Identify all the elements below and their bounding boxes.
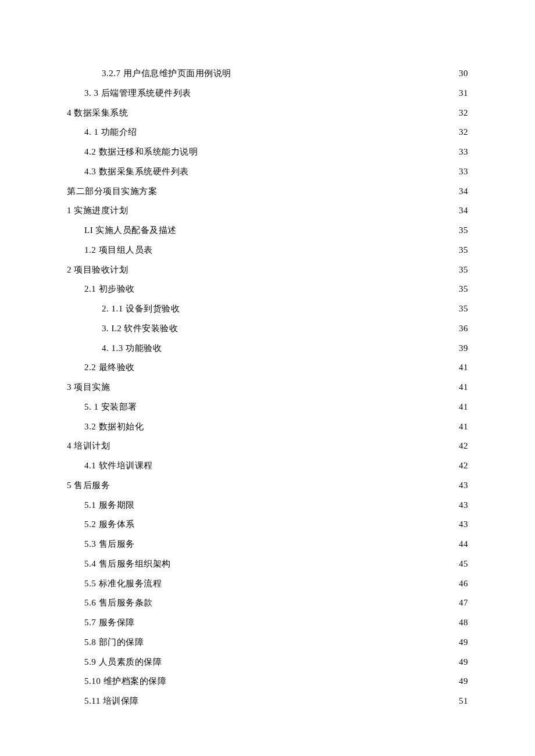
toc-entry-label: 5.10 维护档案的保障 xyxy=(84,672,166,691)
toc-entry-label: 2 项目验收计划 xyxy=(67,260,128,280)
toc-entry: 5.2 服务体系43 xyxy=(67,515,468,535)
toc-entry-label: 5. 1 安装部署 xyxy=(84,397,137,417)
toc-entry-page: 47 xyxy=(456,593,468,613)
toc-entry: 5.9 人员素质的保障49 xyxy=(67,653,468,672)
toc-entry-label: 3.2 数据初始化 xyxy=(84,417,144,437)
toc-entry: 4.3 数据采集系统硬件列表33 xyxy=(67,162,468,182)
toc-entry-page: 36 xyxy=(456,319,468,339)
toc-entry: 5.10 维护档案的保障49 xyxy=(67,672,468,691)
toc-entry-label: 5.1 服务期限 xyxy=(84,496,135,515)
toc-entry: 第二部分项目实施方案34 xyxy=(67,182,468,202)
toc-entry-page: 30 xyxy=(456,64,468,84)
toc-entry: 5 售后服务43 xyxy=(67,476,468,496)
toc-entry: 5.1 服务期限43 xyxy=(67,496,468,515)
toc-entry: 5.6 售后服务条款47 xyxy=(67,593,468,613)
toc-entry-page: 49 xyxy=(456,633,468,653)
toc-entry: 4. 1 功能介绍32 xyxy=(67,123,468,142)
toc-entry-page: 44 xyxy=(456,535,468,554)
toc-entry-label: 1.2 项目组人员表 xyxy=(84,241,153,260)
toc-entry-page: 32 xyxy=(456,123,468,142)
table-of-contents: 3.2.7 用户信息维护页面用例说明303. 3 后端管理系统硬件列表314 数… xyxy=(67,64,468,711)
toc-entry-page: 48 xyxy=(456,613,468,633)
toc-entry-page: 49 xyxy=(456,653,468,672)
toc-entry: 3 项目实施41 xyxy=(67,378,468,397)
toc-entry: 5.8 部门的保障49 xyxy=(67,633,468,653)
toc-entry-page: 35 xyxy=(456,299,468,319)
document-page: 3.2.7 用户信息维护页面用例说明303. 3 后端管理系统硬件列表314 数… xyxy=(0,0,535,756)
toc-entry-page: 46 xyxy=(456,574,468,594)
toc-entry: 2. 1.1 设备到货验收35 xyxy=(67,299,468,319)
toc-entry-page: 35 xyxy=(456,221,468,241)
toc-entry: 4 培训计划42 xyxy=(67,436,468,456)
toc-entry-label: LI 实施人员配备及描述 xyxy=(84,221,177,241)
toc-entry-page: 41 xyxy=(456,358,468,378)
toc-entry-page: 42 xyxy=(456,436,468,456)
toc-entry-page: 39 xyxy=(456,339,468,359)
toc-entry: 5.7 服务保障48 xyxy=(67,613,468,633)
toc-entry-label: 5 售后服务 xyxy=(67,476,110,496)
toc-entry-page: 43 xyxy=(456,496,468,515)
toc-entry-label: 2.2 最终验收 xyxy=(84,358,135,378)
toc-entry: 1 实施进度计划34 xyxy=(67,201,468,221)
toc-entry-label: 第二部分项目实施方案 xyxy=(67,182,157,202)
toc-entry-page: 41 xyxy=(456,397,468,417)
toc-entry: 5.11 培训保障51 xyxy=(67,691,468,711)
toc-entry-label: 5.11 培训保障 xyxy=(84,691,139,711)
toc-entry-page: 49 xyxy=(456,672,468,691)
toc-entry: 2 项目验收计划35 xyxy=(67,260,468,280)
toc-entry-page: 34 xyxy=(456,201,468,221)
toc-entry-label: 3 项目实施 xyxy=(67,378,110,397)
toc-entry-page: 35 xyxy=(456,280,468,299)
toc-entry-label: 5.3 售后服务 xyxy=(84,535,135,554)
toc-entry-label: 5.7 服务保障 xyxy=(84,613,135,633)
toc-entry-page: 51 xyxy=(456,691,468,711)
toc-entry-label: 4 数据采集系统 xyxy=(67,103,128,123)
toc-entry: 4.1 软件培训课程42 xyxy=(67,456,468,476)
toc-entry: 4.2 数据迁移和系统能力说明33 xyxy=(67,142,468,162)
toc-entry-label: 5.9 人员素质的保障 xyxy=(84,653,162,672)
toc-entry: 2.2 最终验收41 xyxy=(67,358,468,378)
toc-entry-page: 43 xyxy=(456,476,468,496)
toc-entry: 3. 3 后端管理系统硬件列表31 xyxy=(67,84,468,103)
toc-entry: 5.3 售后服务44 xyxy=(67,535,468,554)
toc-entry-page: 35 xyxy=(456,241,468,260)
toc-entry-label: 4.3 数据采集系统硬件列表 xyxy=(84,162,189,182)
toc-entry: 3. L2 软件安装验收36 xyxy=(67,319,468,339)
toc-entry: 5. 1 安装部署41 xyxy=(67,397,468,417)
toc-entry: LI 实施人员配备及描述35 xyxy=(67,221,468,241)
toc-entry-page: 33 xyxy=(456,162,468,182)
toc-entry-label: 3.2.7 用户信息维护页面用例说明 xyxy=(102,64,231,84)
toc-entry-label: 2.1 初步验收 xyxy=(84,280,135,299)
toc-entry: 2.1 初步验收35 xyxy=(67,280,468,299)
toc-entry: 4. 1.3 功能验收39 xyxy=(67,339,468,359)
toc-entry-page: 41 xyxy=(456,417,468,437)
toc-entry-page: 33 xyxy=(456,142,468,162)
toc-entry-label: 5.5 标准化服务流程 xyxy=(84,574,162,594)
toc-entry-label: 4.2 数据迁移和系统能力说明 xyxy=(84,142,198,162)
toc-entry-label: 1 实施进度计划 xyxy=(67,201,128,221)
toc-entry: 4 数据采集系统32 xyxy=(67,103,468,123)
toc-entry: 5.5 标准化服务流程46 xyxy=(67,574,468,594)
toc-entry-label: 5.2 服务体系 xyxy=(84,515,135,535)
toc-entry-label: 5.6 售后服务条款 xyxy=(84,593,153,613)
toc-entry-label: 4. 1.3 功能验收 xyxy=(102,339,162,359)
toc-entry: 3.2 数据初始化41 xyxy=(67,417,468,437)
toc-entry-label: 4.1 软件培训课程 xyxy=(84,456,153,476)
toc-entry-page: 35 xyxy=(456,260,468,280)
toc-entry: 1.2 项目组人员表35 xyxy=(67,241,468,260)
toc-entry: 3.2.7 用户信息维护页面用例说明30 xyxy=(67,64,468,84)
toc-entry-page: 45 xyxy=(456,554,468,574)
toc-entry-page: 31 xyxy=(456,84,468,103)
toc-entry-page: 34 xyxy=(456,182,468,202)
toc-entry-label: 4. 1 功能介绍 xyxy=(84,123,137,142)
toc-entry-page: 32 xyxy=(456,103,468,123)
toc-entry-label: 3. L2 软件安装验收 xyxy=(102,319,178,339)
toc-entry: 5.4 售后服务组织架构45 xyxy=(67,554,468,574)
toc-entry-label: 4 培训计划 xyxy=(67,436,110,456)
toc-entry-label: 5.4 售后服务组织架构 xyxy=(84,554,171,574)
toc-entry-page: 41 xyxy=(456,378,468,397)
toc-entry-label: 2. 1.1 设备到货验收 xyxy=(102,299,180,319)
toc-entry-page: 42 xyxy=(456,456,468,476)
toc-entry-label: 3. 3 后端管理系统硬件列表 xyxy=(84,84,191,103)
toc-entry-label: 5.8 部门的保障 xyxy=(84,633,144,653)
